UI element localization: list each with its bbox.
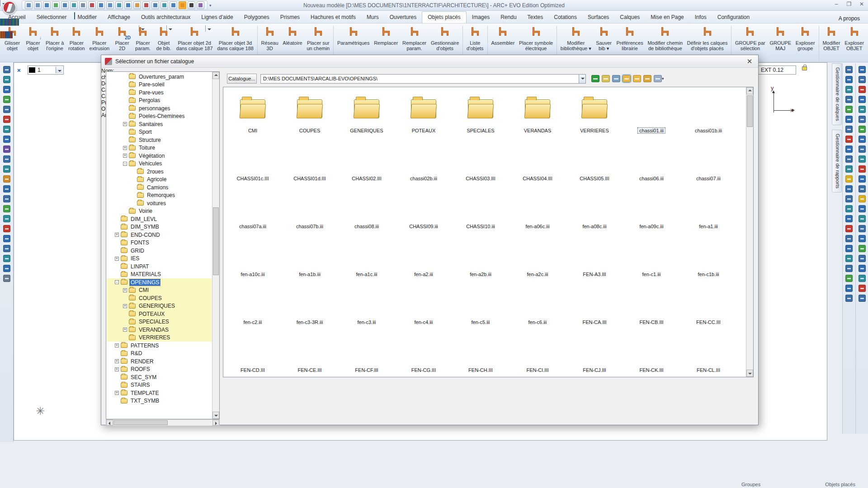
tree-item[interactable]: Voirie: [107, 207, 212, 216]
tree-item[interactable]: GRID: [107, 247, 212, 255]
tree-item[interactable]: personnages: [107, 104, 212, 113]
scroll-down-button[interactable]: [212, 412, 219, 419]
scroll-down-button[interactable]: [746, 370, 753, 377]
catalog-item[interactable]: chassi07b.iii: [281, 184, 338, 232]
quick-access-icon[interactable]: [124, 1, 132, 9]
ribbon-button[interactable]: [819, 26, 819, 61]
tree-expander-icon[interactable]: +: [123, 304, 127, 308]
quick-access-icon[interactable]: [106, 1, 114, 9]
tree-item[interactable]: Poeles-Cheminees: [107, 113, 212, 121]
cad-tool-icon[interactable]: [845, 195, 853, 202]
catalog-item[interactable]: FEN-CI.III: [509, 328, 566, 375]
catalog-item[interactable]: FEN-CE.III: [281, 328, 338, 375]
cad-tool-icon[interactable]: [859, 145, 866, 153]
close-button[interactable]: ✕: [857, 1, 866, 7]
tree-expander-icon[interactable]: -: [123, 162, 127, 166]
tree-item[interactable]: Pergolas: [107, 97, 212, 105]
catalog-item[interactable]: CHASSI05.III: [566, 136, 623, 184]
ribbon-button[interactable]: GROUPE parsélection: [733, 25, 767, 52]
catalog-item[interactable]: chassi06.iii: [623, 136, 680, 184]
minimize-button[interactable]: –: [832, 1, 841, 7]
cad-tool-icon[interactable]: [859, 235, 866, 242]
tree-item[interactable]: POTEAUX: [107, 310, 212, 318]
catalog-item[interactable]: fen-a2c.iii: [509, 232, 566, 280]
tree-expander-icon[interactable]: +: [123, 328, 127, 332]
path-tool-icon[interactable]: [654, 75, 662, 82]
selection-wand-icon[interactable]: [17, 66, 25, 75]
drawing-tool-icon[interactable]: [3, 245, 10, 252]
cad-tool-icon[interactable]: [859, 126, 866, 133]
tree-expander-icon[interactable]: -: [115, 280, 119, 284]
catalog-item[interactable]: FEN-CA.III: [566, 280, 623, 328]
tree-item[interactable]: - OPENINGS: [107, 278, 212, 286]
ribbon-button[interactable]: Placer symboleélectrique: [517, 25, 555, 52]
scroll-up-button[interactable]: [212, 72, 219, 79]
catalog-item[interactable]: fen-c3.iii: [338, 280, 395, 328]
catalog-item[interactable]: chassi08.iii: [338, 184, 395, 232]
catalog-item[interactable]: GENERIQUES: [338, 88, 395, 136]
tree-item[interactable]: Remorques: [107, 192, 212, 200]
catalog-item[interactable]: CHASSI04.III: [509, 136, 566, 184]
cad-tool-icon[interactable]: [859, 195, 866, 202]
catalogue-button[interactable]: Catalogue...: [227, 74, 257, 84]
menu-tab[interactable]: Prismes: [275, 12, 305, 23]
drawing-tool-icon[interactable]: [3, 225, 10, 232]
catalog-item[interactable]: fen-c6.iii: [509, 280, 566, 328]
drawing-tool-icon[interactable]: [3, 235, 10, 242]
path-tool-icon[interactable]: [633, 75, 641, 82]
tree-item[interactable]: + Sanitaires: [107, 120, 212, 128]
cad-tool-icon[interactable]: [845, 285, 853, 292]
drawing-tool-icon[interactable]: [3, 126, 10, 133]
path-tool-icon[interactable]: [612, 75, 620, 82]
ribbon-button[interactable]: Placer surun chemin: [305, 25, 332, 52]
scroll-right-button[interactable]: [212, 420, 219, 426]
catalog-item[interactable]: CHASSI02.III: [338, 136, 395, 184]
drawing-tool-icon[interactable]: [3, 76, 10, 83]
catalog-item[interactable]: FEN-CF.III: [338, 328, 395, 375]
drawing-tool-icon[interactable]: [3, 106, 10, 113]
drawing-tool-icon[interactable]: [3, 96, 10, 103]
catalog-item[interactable]: chassi07.iii: [680, 136, 737, 184]
drawing-tool-icon[interactable]: [3, 66, 10, 73]
catalog-item[interactable]: chassi07a.iii: [224, 184, 281, 232]
catalog-item[interactable]: fen-a09c.iii: [623, 184, 680, 232]
cad-tool-icon[interactable]: [845, 265, 853, 272]
tree-item[interactable]: R&D: [107, 350, 212, 358]
menu-tab[interactable]: Sélectionner: [31, 12, 72, 23]
tree-item[interactable]: 2roues: [107, 168, 212, 176]
catalog-item[interactable]: FEN-CB.III: [623, 280, 680, 328]
tree-item[interactable]: + IES: [107, 255, 212, 263]
quick-access-icon[interactable]: [25, 1, 33, 9]
tree-item[interactable]: LINPAT: [107, 263, 212, 271]
path-tool-icon[interactable]: [591, 75, 599, 82]
ribbon-button[interactable]: Explosergroupe: [793, 25, 817, 52]
tree-expander-icon[interactable]: +: [115, 257, 119, 261]
catalog-item[interactable]: CHASSI01d.III: [281, 136, 338, 184]
chevron-down-icon[interactable]: [0, 0, 0, 6]
catalog-item[interactable]: fen-a08c.iii: [566, 184, 623, 232]
cad-tool-icon[interactable]: [859, 96, 866, 103]
ribbon-button[interactable]: Modifierbibliothèque ▾: [558, 25, 594, 52]
catalog-item[interactable]: FEN-CJ.III: [566, 328, 623, 375]
menu-tab[interactable]: Affichage: [102, 12, 136, 23]
menu-tab[interactable]: Polygones: [239, 12, 275, 23]
menu-tab[interactable]: Configuration: [712, 12, 755, 23]
catalog-item[interactable]: FEN-CD.III: [224, 328, 281, 375]
menu-tab[interactable]: Calques: [614, 12, 645, 23]
catalog-item[interactable]: fen-c3-3R.iii: [281, 280, 338, 328]
menu-tab[interactable]: Cotations: [548, 12, 582, 23]
menu-tab[interactable]: Mise en Page: [645, 12, 689, 23]
ribbon-button[interactable]: 2D Placer2D: [112, 25, 132, 52]
drawing-tool-icon[interactable]: [3, 165, 10, 173]
quick-access-icon[interactable]: [133, 1, 141, 9]
quick-access-icon[interactable]: [61, 1, 69, 9]
tree-item[interactable]: + PATTERNS: [107, 342, 212, 350]
cad-tool-icon[interactable]: [845, 136, 853, 143]
quick-access-icon[interactable]: [52, 1, 60, 9]
drawing-tool-icon[interactable]: [3, 155, 10, 163]
scroll-left-button[interactable]: [106, 420, 113, 426]
tree-item[interactable]: Agricole: [107, 176, 212, 184]
cad-tool-icon[interactable]: [859, 136, 866, 143]
tree-item[interactable]: Ouvertures_param: [107, 73, 212, 81]
grid-vertical-scrollbar[interactable]: [746, 87, 753, 377]
